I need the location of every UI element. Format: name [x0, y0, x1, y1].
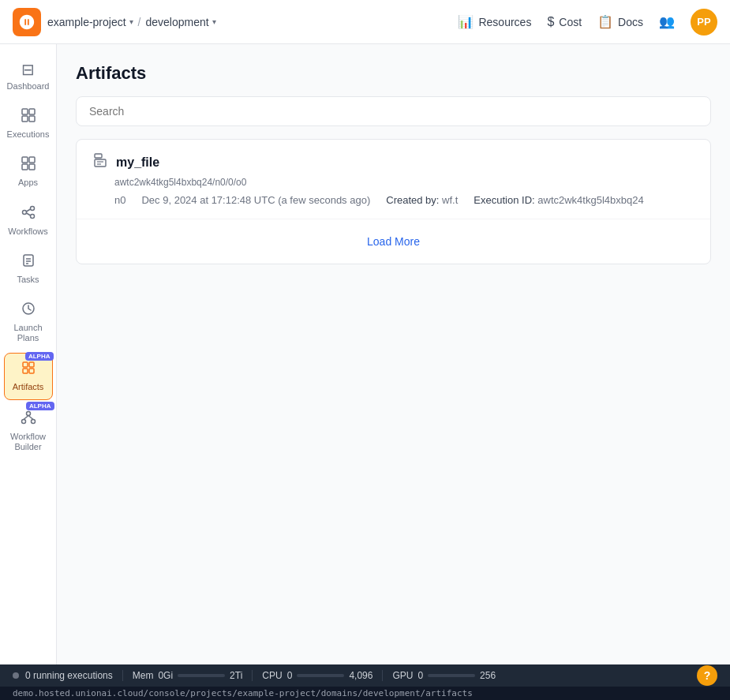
gpu-max: 256	[480, 670, 496, 681]
artifacts-icon	[21, 360, 36, 380]
mem-value: 0Gi	[158, 670, 173, 681]
svg-point-9	[30, 206, 34, 210]
docs-label: Docs	[618, 16, 643, 28]
svg-line-25	[24, 415, 28, 419]
mem-max: 2Ti	[230, 670, 242, 681]
workflow-builder-icon	[21, 410, 36, 429]
cpu-progress-bar	[297, 674, 344, 677]
domain-chevron-icon: ▾	[212, 17, 216, 26]
artifacts-list: my_file awtc2wk4tkg5l4bxbq24/n0/0/o0 n0 …	[76, 139, 711, 264]
svg-rect-27	[95, 154, 102, 158]
artifact-file-icon	[92, 152, 108, 172]
workflow-builder-alpha-badge: Alpha	[26, 402, 54, 410]
dashboard-icon: ⊟	[21, 60, 35, 79]
project-name: example-project	[47, 16, 126, 28]
artifact-execution-id: Execution ID: awtc2wk4tkg5l4bxbq24	[474, 194, 643, 206]
page-title: Artifacts	[76, 63, 711, 84]
svg-line-26	[28, 415, 33, 419]
svg-point-24	[31, 419, 35, 423]
svg-rect-6	[22, 164, 28, 170]
team-icon: 👥	[659, 14, 675, 29]
mem-metric: Mem 0Gi 2Ti	[123, 670, 253, 681]
running-executions-label: 0 running executions	[25, 670, 113, 681]
launch-plans-icon	[21, 301, 36, 320]
team-nav[interactable]: 👥	[659, 14, 675, 29]
main-content: Artifacts my_file awtc2wk4tkg5l4bxbq24/n…	[57, 44, 730, 664]
load-more-button[interactable]: Load More	[367, 235, 420, 248]
cpu-metric: CPU 0 4,096	[253, 670, 383, 681]
search-input[interactable]	[76, 96, 711, 126]
svg-rect-1	[29, 109, 35, 114]
svg-line-11	[26, 209, 30, 211]
svg-rect-21	[29, 369, 34, 373]
gpu-metric: GPU 0 256	[383, 670, 505, 681]
mem-label: Mem	[133, 670, 154, 681]
svg-rect-18	[23, 362, 28, 367]
artifact-name: my_file	[116, 155, 159, 170]
project-selector[interactable]: example-project ▾	[47, 16, 133, 28]
docs-nav[interactable]: 📋 Docs	[597, 14, 643, 29]
sidebar: ⊟ Dashboard Executions Apps Workflows	[0, 44, 57, 664]
svg-rect-7	[29, 164, 35, 170]
app-container: example-project ▾ / development ▾ 📊 Reso…	[0, 0, 730, 700]
sidebar-item-workflows[interactable]: Workflows	[4, 198, 53, 243]
artifact-created-by: Created by: wf.t	[386, 194, 458, 206]
sidebar-launch-plans-label: Launch Plans	[9, 323, 48, 343]
gpu-value: 0	[417, 670, 423, 681]
avatar[interactable]: PP	[691, 9, 717, 36]
sidebar-tasks-label: Tasks	[17, 275, 39, 285]
status-bar-url: demo.hosted.unionai.cloud/console/projec…	[13, 688, 473, 698]
sidebar-item-apps[interactable]: Apps	[4, 149, 53, 194]
apps-icon	[21, 155, 36, 175]
docs-icon: 📋	[597, 14, 613, 29]
cpu-value: 0	[287, 670, 293, 681]
resources-nav[interactable]: 📊 Resources	[458, 14, 531, 29]
executions-icon	[21, 107, 36, 127]
svg-point-8	[22, 210, 26, 214]
sidebar-item-executions[interactable]: Executions	[4, 101, 53, 146]
help-button[interactable]: ?	[697, 665, 717, 686]
svg-point-23	[21, 419, 25, 423]
sidebar-apps-label: Apps	[18, 178, 38, 188]
artifacts-alpha-badge: Alpha	[25, 352, 54, 361]
artifact-timestamp: Dec 9, 2024 at 17:12:48 UTC (a few secon…	[141, 194, 370, 206]
sidebar-item-dashboard[interactable]: ⊟ Dashboard	[4, 54, 53, 98]
gpu-progress-bar	[428, 674, 475, 677]
cpu-label: CPU	[262, 670, 282, 681]
status-bar: 0 running executions Mem 0Gi 2Ti CPU 0 4…	[0, 664, 730, 687]
running-executions-section: 0 running executions	[13, 670, 123, 681]
main-layout: ⊟ Dashboard Executions Apps Workflows	[0, 44, 730, 664]
artifact-version: n0	[114, 194, 125, 206]
mem-progress-bar	[178, 674, 225, 677]
gpu-label: GPU	[392, 670, 413, 681]
cost-nav[interactable]: $ Cost	[547, 15, 582, 29]
svg-rect-0	[22, 109, 28, 114]
sidebar-item-artifacts[interactable]: Alpha Artifacts	[4, 353, 53, 399]
svg-rect-3	[29, 116, 35, 122]
svg-point-22	[26, 411, 30, 415]
resources-icon: 📊	[458, 14, 474, 29]
tasks-icon	[21, 253, 36, 272]
cpu-max: 4,096	[349, 670, 372, 681]
svg-rect-2	[22, 116, 28, 122]
domain-selector[interactable]: development ▾	[146, 16, 216, 28]
sidebar-item-launch-plans[interactable]: Launch Plans	[4, 294, 53, 350]
help-icon: ?	[704, 669, 711, 682]
header-left: example-project ▾ / development ▾	[13, 8, 216, 36]
artifact-header: my_file	[92, 152, 694, 172]
sidebar-item-workflow-builder[interactable]: Alpha Workflow Builder	[4, 403, 53, 459]
svg-line-12	[26, 213, 30, 215]
logo[interactable]	[13, 8, 41, 36]
sidebar-executions-label: Executions	[7, 129, 50, 140]
svg-rect-4	[22, 157, 28, 163]
artifact-meta: n0 Dec 9, 2024 at 17:12:48 UTC (a few se…	[114, 194, 694, 206]
domain-name: development	[146, 16, 209, 28]
header: example-project ▾ / development ▾ 📊 Reso…	[0, 0, 730, 44]
resources-label: Resources	[478, 16, 531, 28]
sidebar-item-tasks[interactable]: Tasks	[4, 246, 53, 291]
table-row: my_file awtc2wk4tkg5l4bxbq24/n0/0/o0 n0 …	[77, 140, 710, 219]
svg-rect-5	[29, 157, 35, 163]
svg-point-10	[30, 214, 34, 218]
cost-icon: $	[547, 15, 554, 29]
breadcrumb: example-project ▾ / development ▾	[47, 16, 216, 28]
